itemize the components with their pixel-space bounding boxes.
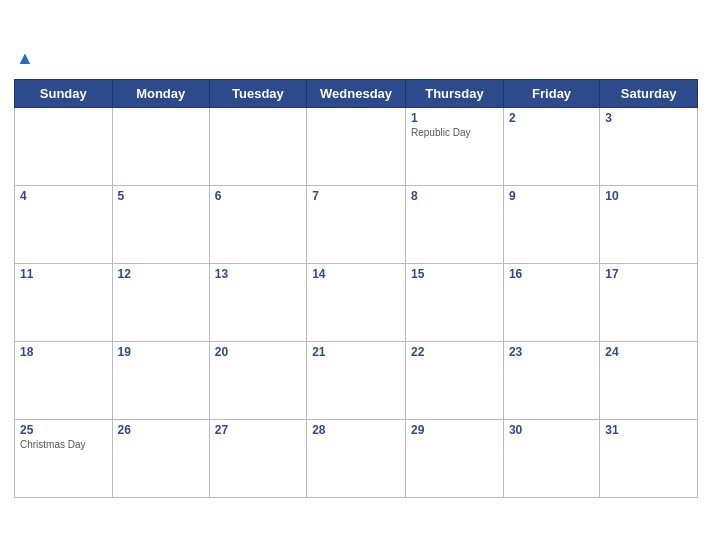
weekday-header-sunday: Sunday [15,80,113,108]
day-number: 3 [605,111,692,125]
calendar-cell: 24 [600,342,698,420]
calendar-cell: 30 [503,420,599,498]
calendar-wrapper: ▲ SundayMondayTuesdayWednesdayThursdayFr… [0,38,712,512]
day-number: 9 [509,189,594,203]
logo-bird-icon: ▲ [16,48,34,69]
day-number: 24 [605,345,692,359]
weekday-header-row: SundayMondayTuesdayWednesdayThursdayFrid… [15,80,698,108]
week-row-2: 45678910 [15,186,698,264]
calendar-cell [307,108,406,186]
calendar-cell: 28 [307,420,406,498]
day-number: 25 [20,423,107,437]
calendar-cell: 17 [600,264,698,342]
calendar-cell [209,108,306,186]
calendar-cell: 19 [112,342,209,420]
calendar-cell: 6 [209,186,306,264]
calendar-cell: 12 [112,264,209,342]
calendar-cell: 8 [406,186,504,264]
calendar-cell: 3 [600,108,698,186]
day-number: 31 [605,423,692,437]
day-event: Republic Day [411,127,498,138]
calendar-cell: 16 [503,264,599,342]
calendar-cell: 4 [15,186,113,264]
weekday-header-wednesday: Wednesday [307,80,406,108]
logo-area: ▲ [14,48,34,69]
day-number: 21 [312,345,400,359]
calendar-cell [15,108,113,186]
calendar-cell: 26 [112,420,209,498]
weekday-header-friday: Friday [503,80,599,108]
day-number: 14 [312,267,400,281]
calendar-cell: 31 [600,420,698,498]
day-number: 7 [312,189,400,203]
weekday-header-monday: Monday [112,80,209,108]
calendar-cell: 20 [209,342,306,420]
day-number: 27 [215,423,301,437]
day-number: 29 [411,423,498,437]
weekday-header-thursday: Thursday [406,80,504,108]
day-number: 30 [509,423,594,437]
week-row-5: 25Christmas Day262728293031 [15,420,698,498]
calendar-cell: 2 [503,108,599,186]
day-number: 19 [118,345,204,359]
calendar-cell [112,108,209,186]
calendar-cell: 23 [503,342,599,420]
day-number: 6 [215,189,301,203]
calendar-table: SundayMondayTuesdayWednesdayThursdayFrid… [14,79,698,498]
day-number: 17 [605,267,692,281]
day-number: 28 [312,423,400,437]
day-number: 15 [411,267,498,281]
day-event: Christmas Day [20,439,107,450]
day-number: 20 [215,345,301,359]
day-number: 18 [20,345,107,359]
week-row-1: 1Republic Day23 [15,108,698,186]
day-number: 22 [411,345,498,359]
day-number: 5 [118,189,204,203]
calendar-cell: 7 [307,186,406,264]
calendar-cell: 29 [406,420,504,498]
calendar-cell: 14 [307,264,406,342]
week-row-3: 11121314151617 [15,264,698,342]
calendar-cell: 15 [406,264,504,342]
calendar-cell: 25Christmas Day [15,420,113,498]
day-number: 12 [118,267,204,281]
day-number: 1 [411,111,498,125]
day-number: 2 [509,111,594,125]
day-number: 23 [509,345,594,359]
calendar-cell: 27 [209,420,306,498]
day-number: 26 [118,423,204,437]
calendar-cell: 10 [600,186,698,264]
calendar-cell: 9 [503,186,599,264]
day-number: 16 [509,267,594,281]
calendar-cell: 13 [209,264,306,342]
week-row-4: 18192021222324 [15,342,698,420]
weekday-header-saturday: Saturday [600,80,698,108]
calendar-header: ▲ [14,48,698,69]
calendar-cell: 1Republic Day [406,108,504,186]
day-number: 8 [411,189,498,203]
day-number: 13 [215,267,301,281]
calendar-cell: 5 [112,186,209,264]
day-number: 10 [605,189,692,203]
calendar-cell: 21 [307,342,406,420]
day-number: 11 [20,267,107,281]
weekday-header-tuesday: Tuesday [209,80,306,108]
calendar-cell: 22 [406,342,504,420]
calendar-cell: 11 [15,264,113,342]
calendar-cell: 18 [15,342,113,420]
day-number: 4 [20,189,107,203]
